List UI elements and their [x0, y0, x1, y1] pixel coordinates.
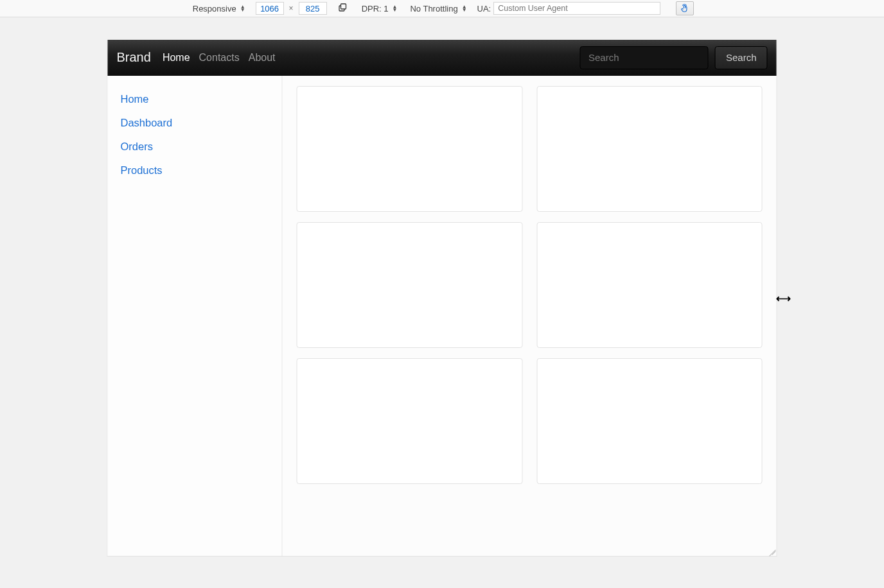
app-navbar: Brand Home Contacts About Search	[108, 40, 777, 76]
sidebar-item-orders[interactable]: Orders	[108, 135, 282, 159]
navbar-search: Search	[580, 46, 768, 69]
viewport-height-input[interactable]	[299, 2, 327, 15]
ua-label: UA:	[477, 4, 491, 13]
sidebar-item-products[interactable]: Products	[108, 159, 282, 182]
dpr-select[interactable]: DPR: 1 ▲▼	[359, 4, 400, 13]
content-grid	[283, 76, 777, 556]
viewport-size-group: ×	[256, 2, 327, 15]
responsive-design-toolbar: Responsive ▲▼ × DPR: 1 ▲▼ No Throttling …	[0, 0, 884, 17]
touch-simulation-button[interactable]	[676, 1, 694, 15]
sidebar-item-home[interactable]: Home	[108, 87, 282, 111]
content-card	[536, 222, 763, 348]
user-agent-input[interactable]	[493, 2, 660, 15]
sidebar: Home Dashboard Orders Products	[108, 76, 283, 556]
resize-handle-corner[interactable]	[767, 546, 776, 555]
navbar-links: Home Contacts About	[163, 52, 276, 64]
nav-link-about[interactable]: About	[249, 52, 276, 64]
content-card	[536, 86, 763, 212]
content-card	[536, 358, 763, 484]
device-preset-select[interactable]: Responsive ▲▼	[190, 4, 248, 13]
search-input[interactable]	[580, 46, 709, 69]
dimension-separator: ×	[287, 4, 296, 13]
page-body: Home Dashboard Orders Products	[108, 76, 777, 556]
brand-logo[interactable]: Brand	[117, 50, 151, 65]
touch-icon	[680, 4, 689, 13]
throttling-select[interactable]: No Throttling ▲▼	[407, 4, 469, 13]
sort-arrows-icon: ▲▼	[393, 5, 398, 12]
simulated-viewport: Brand Home Contacts About Search Home Da…	[107, 40, 777, 557]
content-card	[297, 222, 523, 348]
sort-arrows-icon: ▲▼	[240, 5, 245, 12]
throttling-label: No Throttling	[410, 4, 457, 13]
svg-rect-1	[340, 4, 346, 9]
viewport-width-input[interactable]	[256, 2, 284, 15]
resize-handle-right[interactable]: ⟷	[776, 292, 790, 304]
sort-arrows-icon: ▲▼	[462, 5, 467, 12]
rotate-viewport-button[interactable]	[335, 1, 351, 15]
device-preset-label: Responsive	[193, 4, 236, 13]
content-card	[297, 86, 523, 212]
nav-link-home[interactable]: Home	[163, 52, 190, 64]
rotate-icon	[338, 3, 348, 14]
sidebar-item-dashboard[interactable]: Dashboard	[108, 111, 282, 135]
dpr-label: DPR: 1	[362, 4, 389, 13]
search-button[interactable]: Search	[715, 46, 768, 69]
ua-group: UA:	[477, 2, 661, 15]
device-stage: Brand Home Contacts About Search Home Da…	[0, 17, 884, 588]
content-card	[297, 358, 523, 484]
nav-link-contacts[interactable]: Contacts	[199, 52, 240, 64]
